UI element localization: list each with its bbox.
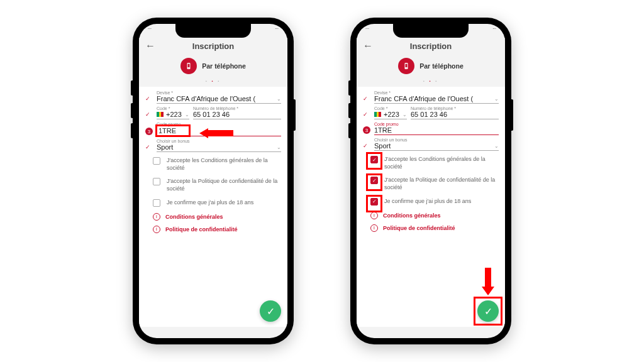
bonus-label: Choisir un bonus [157, 139, 281, 143]
promo-value: 1TRE [374, 126, 499, 134]
promo-label: Code promo [374, 122, 499, 126]
screen: ······ ← Inscription Par téléphone • • •… [139, 24, 287, 338]
promo-highlight: 1TRE [155, 124, 191, 137]
terms-checkbox[interactable] [153, 157, 160, 165]
step-badge: 3 [145, 128, 153, 135]
screen: ······ ← Inscription Par téléphone • • •… [357, 24, 505, 338]
phone-mockup-right: ······ ← Inscription Par téléphone • • •… [350, 18, 511, 344]
currency-label: Devise * [157, 90, 281, 95]
submit-button[interactable]: ✓ [477, 300, 499, 322]
phone-value: 65 01 23 46 [411, 111, 499, 118]
form: ✓ Devise * Franc CFA d'Afrique de l'Oues… [139, 87, 287, 327]
chevron-down-icon: ⌄ [185, 112, 189, 118]
currency-value: Franc CFA d'Afrique de l'Ouest ( [157, 95, 255, 102]
phone-icon [180, 58, 197, 74]
chevron-down-icon: ⌄ [402, 112, 407, 118]
terms-checks: J'accepte les Conditions générales de la… [145, 157, 281, 207]
currency-value: Franc CFA d'Afrique de l'Ouest ( [374, 95, 473, 102]
arrow-annotation [199, 128, 233, 138]
privacy-link[interactable]: i Politique de confidentialité [145, 226, 281, 233]
privacy-text: J'accepte la Politique de confidentialit… [167, 178, 281, 192]
page-title: Inscription [363, 41, 499, 51]
notch [393, 24, 469, 38]
privacy-link-text: Politique de confidentialité [165, 226, 238, 233]
check-icon: ✓ [363, 96, 370, 104]
terms-link[interactable]: i Conditions générales [145, 213, 281, 221]
currency-field[interactable]: Devise * Franc CFA d'Afrique de l'Ouest … [157, 90, 281, 104]
terms-link-text: Conditions générales [165, 214, 223, 220]
info-icon: i [153, 226, 160, 233]
terms-link[interactable]: i Conditions générales [363, 212, 499, 219]
links: i Conditions générales i Politique de co… [145, 213, 281, 233]
terms-text: J'accepte les Conditions générales de la… [384, 156, 499, 170]
page-dots: • • • [139, 79, 287, 83]
check-icon: ✓ [145, 144, 153, 152]
info-icon: i [153, 213, 160, 221]
privacy-link-text: Politique de confidentialité [383, 225, 455, 231]
registration-method[interactable]: Par téléphone [139, 58, 287, 74]
flag-icon [157, 112, 164, 117]
check-icon: ✓ [363, 143, 370, 151]
submit-button[interactable]: ✓ [260, 300, 281, 322]
method-label: Par téléphone [202, 62, 245, 70]
terms-text: J'accepte les Conditions générales de la… [167, 157, 281, 172]
code-field[interactable]: Code * +223⌄ [157, 106, 189, 119]
bonus-field[interactable]: Choisir un bonus Sport⌄ [374, 138, 499, 151]
chevron-down-icon: ⌄ [494, 96, 499, 102]
step-badge: 3 [363, 126, 370, 134]
phone-mockup-left: ······ ← Inscription Par téléphone • • •… [133, 18, 294, 344]
phone-value: 65 01 23 46 [193, 111, 281, 118]
notch [175, 24, 251, 38]
currency-label: Devise * [374, 90, 499, 95]
registration-method[interactable]: Par téléphone [357, 58, 505, 74]
code-field[interactable]: Code * +223⌄ [374, 106, 407, 119]
page-dots: • • • [357, 79, 505, 83]
links: i Conditions générales i Politique de co… [363, 212, 499, 232]
terms-checks: ✓ J'accepte les Conditions générales de … [363, 156, 499, 206]
form: ✓ Devise * Franc CFA d'Afrique de l'Oues… [357, 87, 505, 327]
age-checkbox[interactable] [153, 199, 160, 207]
privacy-checkbox[interactable] [153, 178, 160, 185]
phone-icon [398, 58, 414, 74]
chevron-down-icon: ⌄ [277, 145, 281, 150]
promo-field[interactable]: Code promo 1TRE [374, 122, 499, 135]
header: ← Inscription Par téléphone • • • [357, 38, 505, 87]
terms-checkbox[interactable]: ✓ [370, 156, 378, 163]
phone-field[interactable]: Numéro de téléphone * 65 01 23 46 [411, 106, 499, 119]
flag-icon [374, 112, 381, 117]
code-value: +223 [166, 111, 182, 118]
promo-value: 1TRE [158, 127, 176, 134]
check-icon: ✓ [145, 111, 153, 119]
bonus-value: Sport [157, 143, 173, 151]
currency-field[interactable]: Devise * Franc CFA d'Afrique de l'Ouest … [374, 90, 499, 104]
privacy-text: J'accepte la Politique de confidentialit… [384, 177, 499, 191]
header: ← Inscription Par téléphone • • • [139, 38, 287, 87]
info-icon: i [370, 212, 378, 219]
privacy-link[interactable]: i Politique de confidentialité [363, 224, 499, 232]
bonus-field[interactable]: Choisir un bonus Sport⌄ [157, 139, 281, 152]
check-icon: ✓ [363, 111, 370, 119]
method-label: Par téléphone [419, 62, 463, 70]
age-checkbox[interactable]: ✓ [370, 198, 378, 206]
page-title: Inscription [145, 41, 281, 51]
code-value: +223 [384, 111, 399, 118]
terms-link-text: Conditions générales [383, 212, 441, 219]
info-icon: i [370, 224, 378, 232]
age-text: Je confirme que j'ai plus de 18 ans [384, 198, 471, 206]
age-text: Je confirme que j'ai plus de 18 ans [167, 199, 253, 207]
phone-field[interactable]: Numéro de téléphone * 65 01 23 46 [193, 106, 281, 119]
arrow-annotation [484, 268, 492, 295]
code-label: Code * [374, 106, 407, 111]
phone-label: Numéro de téléphone * [193, 106, 281, 111]
phone-label: Numéro de téléphone * [411, 106, 499, 111]
bonus-value: Sport [374, 142, 391, 150]
bonus-label: Choisir un bonus [374, 138, 499, 142]
privacy-checkbox[interactable]: ✓ [370, 177, 378, 184]
chevron-down-icon: ⌄ [277, 96, 281, 102]
code-label: Code * [157, 106, 189, 111]
check-icon: ✓ [145, 96, 153, 104]
chevron-down-icon: ⌄ [494, 143, 499, 149]
